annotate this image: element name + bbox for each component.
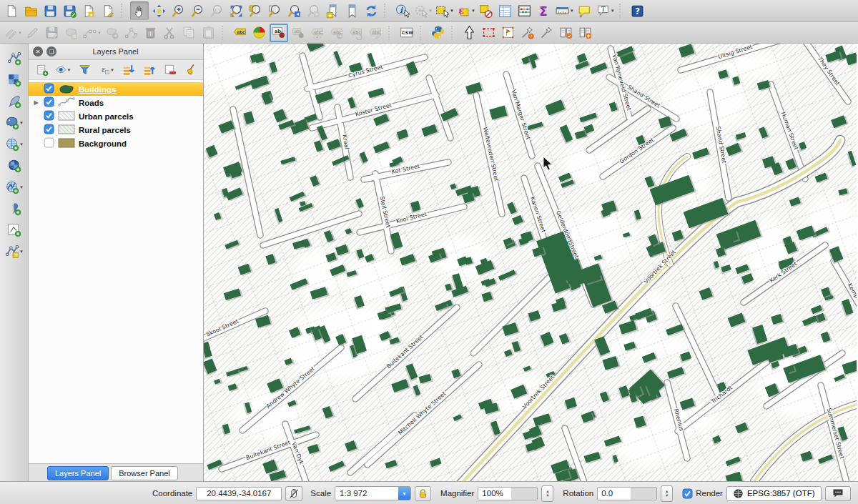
status-bar: Coordinate 20.4439,-34.0167 Scale 1:3 97…	[0, 481, 858, 504]
svg-text:✳: ✳	[73, 34, 77, 39]
layer-item-roads[interactable]: ▶Roads	[29, 96, 203, 109]
wand-icon	[539, 25, 554, 40]
add-wfs-layer-button[interactable]: ▼	[4, 178, 24, 196]
open-attribute-table-button[interactable]	[496, 1, 515, 20]
new-layer-button[interactable]: ✳▼	[4, 242, 24, 260]
layer-checkbox[interactable]	[44, 137, 54, 149]
plugin-layout-button[interactable]	[499, 24, 518, 42]
map-tips-button[interactable]	[576, 1, 594, 20]
add-wcs-layer-button[interactable]	[5, 157, 24, 174]
collapse-all-button[interactable]	[141, 61, 157, 78]
zoom-out-button[interactable]	[188, 1, 207, 20]
filter-legend-expression-button[interactable]: ε▼	[98, 61, 116, 78]
mouse-position-toggle-button[interactable]	[285, 486, 302, 501]
show-hidden-labels-icon: abc	[310, 25, 325, 40]
composer-manager-button[interactable]	[99, 1, 117, 20]
scale-lock-button[interactable]	[415, 486, 431, 501]
close-panel-button[interactable]: ✕	[33, 46, 43, 56]
map-canvas[interactable]: Cyrus StreetKoster StreetKot StreetKool …	[204, 44, 858, 481]
save-project-as-button[interactable]	[60, 1, 79, 20]
help-button[interactable]: ?	[628, 1, 647, 20]
layer-checkbox[interactable]	[44, 97, 54, 109]
layer-item-buildings[interactable]: Buildings	[29, 82, 203, 96]
zoom-last-button[interactable]	[285, 1, 303, 20]
add-oracle-layer-button[interactable]	[5, 199, 24, 217]
zoom-to-layer-button[interactable]	[265, 1, 284, 20]
text-annotation-icon: T	[596, 4, 611, 19]
plugin-legend-check-button[interactable]	[557, 24, 576, 42]
map-rendering[interactable]: Cyrus StreetKoster StreetKot StreetKool …	[204, 44, 857, 481]
open-project-button[interactable]	[21, 1, 40, 20]
python-console-button[interactable]	[429, 24, 448, 42]
measure-button[interactable]: ▼	[554, 1, 575, 20]
new-print-composer-button[interactable]: ★	[79, 1, 98, 20]
float-panel-button[interactable]: ❏	[46, 46, 56, 56]
add-postgis-layer-button[interactable]: ▼	[4, 114, 24, 132]
layer-item-rural-parcels[interactable]: Rural parcels	[29, 123, 203, 137]
expand-all-button[interactable]	[120, 61, 136, 78]
deselect-all-button[interactable]	[477, 1, 495, 20]
svg-text:?: ?	[636, 6, 641, 16]
plugin-wand-button[interactable]	[538, 24, 556, 42]
select-features-button[interactable]: ▼	[434, 1, 455, 20]
layer-labeling-button[interactable]: abc	[231, 24, 250, 42]
spatial-query-button[interactable]	[460, 24, 479, 42]
render-checkbox[interactable]	[682, 488, 693, 499]
plugin-legend-add-button[interactable]	[576, 24, 595, 42]
layer-labeling-options-button[interactable]: ab	[270, 24, 288, 42]
expand-arrow-icon[interactable]: ▶	[32, 99, 40, 106]
new-bookmark-button[interactable]: ★	[323, 1, 342, 20]
render-checkbox-group[interactable]: Render	[682, 488, 723, 499]
refresh-map-button[interactable]	[362, 1, 380, 20]
identify-features-button[interactable]: i	[393, 1, 412, 20]
field-calculator-button[interactable]	[516, 1, 534, 20]
remove-layer-button[interactable]	[162, 61, 177, 78]
new-shapefile-layer-button[interactable]	[5, 221, 24, 239]
refresh-extent-plugin-button[interactable]	[480, 24, 498, 42]
manage-layer-visibility-button[interactable]: ▼	[54, 61, 72, 78]
zoom-full-extent-button[interactable]	[227, 1, 245, 20]
save-project-button[interactable]	[41, 1, 59, 20]
zoom-to-selection-button[interactable]	[246, 1, 265, 20]
magnifier-spinbox[interactable]: 100%	[478, 487, 538, 500]
scale-combobox[interactable]: 1:3 972 ▼	[335, 486, 411, 500]
pan-to-selection-button[interactable]	[149, 1, 168, 20]
add-wms-layer-button[interactable]: ▼	[4, 135, 24, 153]
field-calculator-icon	[517, 4, 532, 19]
layer-checkbox[interactable]	[44, 83, 54, 95]
manage-layers-toolbar: ▼▼▼✳▼	[0, 44, 29, 481]
zoom-in-button[interactable]	[169, 1, 187, 20]
metasearch-csw-button[interactable]: CSW	[398, 24, 416, 42]
layer-item-urban-parcels[interactable]: Urban parcels	[29, 109, 203, 123]
text-annotation-button[interactable]: T▼	[595, 1, 616, 20]
scale-dropdown-arrow[interactable]: ▼	[398, 487, 410, 500]
rotation-spinbox[interactable]: 0.0	[597, 487, 657, 500]
statistical-summary-button[interactable]: Σ	[535, 1, 553, 20]
clear-legend-button[interactable]	[182, 61, 198, 78]
new-project-button[interactable]	[2, 1, 21, 20]
tab-browser-panel[interactable]: Browser Panel	[111, 466, 178, 480]
show-bookmarks-icon	[345, 4, 360, 19]
crs-status-button[interactable]: EPSG:3857 (OTF)	[726, 486, 822, 501]
tab-layers-panel[interactable]: Layers Panel	[47, 466, 109, 480]
show-bookmarks-button[interactable]	[342, 1, 361, 20]
add-vector-layer-button[interactable]	[5, 49, 24, 67]
magnifier-spin-arrows[interactable]: ▲▼	[541, 485, 553, 502]
pan-map-button[interactable]	[130, 1, 149, 20]
filter-legend-button[interactable]	[77, 61, 93, 78]
add-group-button[interactable]	[34, 61, 49, 78]
rotation-spin-arrows[interactable]: ▲▼	[661, 485, 673, 502]
layer-item-background[interactable]: Background	[29, 137, 203, 150]
messages-button[interactable]	[825, 486, 851, 501]
coordinate-input[interactable]: 20.4439,-34.0167	[196, 487, 282, 500]
plugin-wand-style-button[interactable]	[518, 24, 537, 42]
add-delimited-text-layer-button[interactable]	[5, 92, 24, 110]
layer-checkbox[interactable]	[44, 110, 54, 122]
add-raster-layer-button[interactable]	[5, 71, 24, 89]
coordinate-label: Coordinate	[152, 489, 192, 498]
identify-icon: i	[395, 4, 410, 19]
layer-diagram-options-button[interactable]	[250, 24, 269, 42]
layer-checkbox[interactable]	[44, 124, 54, 136]
svg-text:abc: abc	[315, 30, 323, 34]
select-by-expression-button[interactable]: ε▼	[455, 1, 476, 20]
